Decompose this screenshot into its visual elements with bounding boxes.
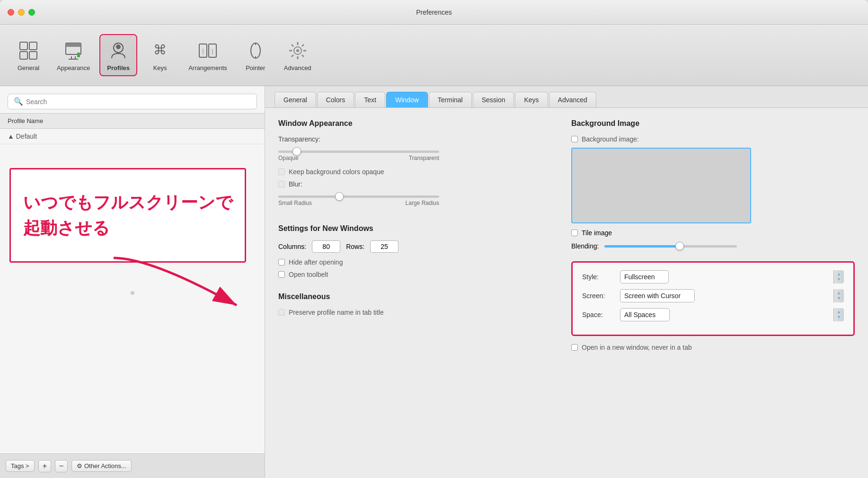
toolbar-item-arrangements[interactable]: Arrangements: [183, 35, 233, 75]
appearance-label: Appearance: [57, 64, 90, 71]
toolbar-item-keys[interactable]: ⌘ Keys: [141, 35, 179, 75]
blending-label: Blending:: [571, 242, 599, 250]
pointer-label: Pointer: [246, 64, 265, 71]
svg-line-28: [302, 44, 304, 46]
blur-checkbox[interactable]: [278, 181, 285, 187]
svg-rect-3: [29, 52, 37, 59]
tab-colors[interactable]: Colors: [317, 92, 354, 107]
toolbar-item-pointer[interactable]: Pointer: [237, 35, 275, 75]
svg-line-27: [302, 55, 304, 57]
advanced-label: Advanced: [284, 64, 311, 71]
open-new-window-label: Open in a new window, never in a tab: [582, 344, 692, 351]
fullscreen-settings-box: Style: Fullscreen ▲ ▼: [571, 261, 855, 336]
tab-terminal[interactable]: Terminal: [429, 92, 472, 107]
annotation-arrow: [104, 248, 256, 324]
keep-bg-checkbox[interactable]: [278, 168, 285, 175]
keep-bg-row: Keep background colors opaque: [278, 168, 562, 176]
svg-text:⌘: ⌘: [153, 43, 167, 57]
open-toolbelt-row: Open toolbelt: [278, 271, 562, 278]
tab-window[interactable]: Window: [386, 92, 428, 107]
misc-section-title: Miscellaneous: [278, 292, 562, 301]
bg-image-row: Background image:: [571, 135, 855, 143]
style-stepper[interactable]: ▲ ▼: [833, 270, 844, 283]
tab-keys[interactable]: Keys: [515, 92, 548, 107]
bg-image-label: Background image:: [582, 135, 639, 143]
profile-default-item[interactable]: ▲ Default: [0, 129, 265, 144]
svg-rect-5: [66, 43, 81, 47]
style-label: Style:: [582, 273, 620, 281]
open-new-window-checkbox[interactable]: [571, 344, 578, 351]
svg-rect-1: [29, 42, 37, 50]
screen-stepper[interactable]: ▲ ▼: [833, 289, 844, 302]
space-select[interactable]: All Spaces: [620, 308, 670, 321]
fullscreen-button[interactable]: [28, 9, 35, 16]
main-content: 🔍 Profile Name ▲ Default いつでもフルスクリーンで起動さ…: [0, 86, 868, 478]
bg-image-box[interactable]: [571, 148, 751, 223]
traffic-lights: [8, 9, 35, 16]
hide-after-opening-row: Hide after opening: [278, 258, 562, 266]
open-toolbelt-checkbox[interactable]: [278, 271, 285, 278]
close-button[interactable]: [8, 9, 14, 16]
blur-slider[interactable]: Small Radius Large Radius: [278, 195, 562, 206]
space-row: Space: All Spaces ▲ ▼: [582, 308, 844, 321]
bg-image-title: Background Image: [571, 119, 855, 128]
columns-input[interactable]: [312, 240, 340, 253]
tile-image-label: Tile image: [582, 229, 612, 237]
tab-session[interactable]: Session: [473, 92, 514, 107]
tabs-bar: General Colors Text Window Terminal Sess…: [265, 86, 868, 108]
svg-rect-0: [20, 42, 27, 50]
profile-list: Profile Name ▲ Default いつでもフルスクリーンで起動させる: [0, 113, 265, 453]
hide-after-opening-label: Hide after opening: [289, 258, 343, 266]
panel-content: Window Appearance Transparency: Opaque T…: [265, 108, 868, 478]
search-bar[interactable]: 🔍: [8, 94, 257, 109]
svg-point-11: [116, 44, 121, 49]
blending-slider[interactable]: [604, 245, 737, 248]
transparency-slider[interactable]: Opaque Transparent: [278, 150, 562, 161]
hide-after-opening-checkbox[interactable]: [278, 259, 285, 266]
advanced-icon: [286, 39, 310, 62]
minimize-button[interactable]: [18, 9, 25, 16]
rows-label: Rows:: [346, 243, 364, 250]
blur-label: Blur:: [289, 180, 345, 188]
settings-new-windows-title: Settings for New Windows: [278, 224, 562, 233]
search-input[interactable]: [26, 98, 251, 106]
toolbar-item-appearance[interactable]: Appearance: [51, 35, 96, 75]
search-icon: 🔍: [14, 97, 23, 106]
svg-point-17: [251, 43, 260, 58]
preserve-profile-label: Preserve profile name in tab title: [289, 309, 384, 316]
columns-row: Columns: Rows:: [278, 240, 562, 253]
space-stepper[interactable]: ▲ ▼: [833, 308, 844, 321]
svg-point-21: [296, 49, 299, 52]
style-select[interactable]: Fullscreen: [620, 270, 669, 283]
profiles-icon: [106, 39, 130, 62]
sidebar: 🔍 Profile Name ▲ Default いつでもフルスクリーンで起動さ…: [0, 86, 265, 478]
blending-row: Blending:: [571, 242, 855, 250]
preserve-profile-checkbox[interactable]: [278, 309, 285, 316]
add-profile-button[interactable]: +: [38, 460, 51, 472]
other-actions-button[interactable]: ⚙ Other Actions...: [71, 460, 132, 472]
transparency-label: Transparency:: [278, 135, 335, 143]
svg-rect-2: [20, 52, 27, 59]
arrangements-label: Arrangements: [188, 64, 227, 71]
keep-bg-label: Keep background colors opaque: [289, 168, 384, 176]
tags-button[interactable]: Tags >: [6, 460, 35, 472]
preferences-window: Preferences General: [0, 0, 868, 478]
blur-row: Blur:: [278, 180, 562, 188]
tab-general[interactable]: General: [275, 92, 316, 107]
toolbar-item-advanced[interactable]: Advanced: [278, 35, 317, 75]
remove-profile-button[interactable]: −: [55, 460, 68, 472]
bg-image-checkbox[interactable]: [571, 136, 578, 142]
tile-image-checkbox[interactable]: [571, 230, 578, 236]
columns-label: Columns:: [278, 243, 306, 250]
toolbar: General Appearance: [0, 25, 868, 86]
screen-select[interactable]: Screen with Cursor: [620, 289, 695, 302]
general-label: General: [18, 64, 39, 71]
tab-advanced[interactable]: Advanced: [549, 92, 596, 107]
tab-text[interactable]: Text: [355, 92, 385, 107]
toolbar-item-general[interactable]: General: [9, 35, 47, 75]
toolbar-item-profiles[interactable]: Profiles: [99, 34, 137, 76]
rows-input[interactable]: [370, 240, 399, 253]
opaque-label: Opaque: [278, 155, 299, 161]
pointer-icon: [244, 39, 267, 62]
small-radius-label: Small Radius: [278, 200, 312, 206]
